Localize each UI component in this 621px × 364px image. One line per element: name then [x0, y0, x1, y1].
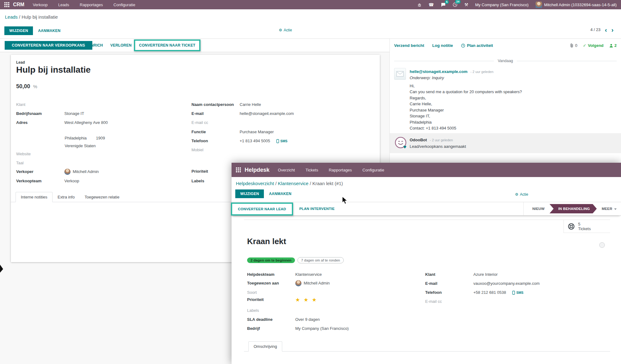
hd-menu-tickets[interactable]: Tickets — [300, 168, 324, 172]
action-menu[interactable]: ⚙ Actie — [515, 192, 528, 197]
mobile-icon — [512, 291, 515, 295]
ticket-notebook: Omschrijving — [244, 340, 610, 352]
enrich-button[interactable]: ENRICH — [88, 43, 103, 48]
apps-menu-icon[interactable] — [4, 2, 9, 7]
breadcrumb-team[interactable]: Klantenservice — [278, 181, 308, 186]
user-menu[interactable]: Mitchell Admin (10332694-saas-14-5-all) — [544, 2, 617, 7]
crm-navbar: CRM Verkoop Leads Rapportages Configurat… — [0, 0, 621, 9]
company-switcher[interactable]: My Company (San Francisco) — [475, 2, 529, 7]
convert-to-ticket-button[interactable]: CONVERTEREN NAAR TICKET — [139, 43, 195, 48]
follow-button[interactable]: ✓ Volgend — [583, 43, 604, 48]
helpdesk-app-title[interactable]: Helpdesk — [245, 167, 269, 173]
activities-badge: 24 — [455, 0, 461, 4]
stage-nieuw[interactable]: NIEUW — [532, 207, 545, 211]
tickets-stat-button[interactable]: 5Tickets — [564, 220, 610, 233]
convert-to-lead-button[interactable]: CONVERTEER NAAR LEAD — [238, 207, 286, 211]
team-link[interactable]: Klantenservice — [295, 272, 322, 277]
phone-link[interactable]: +58 212 681 0538 — [473, 290, 506, 295]
email-link[interactable]: vauxoo@yourcompany.example.com — [473, 281, 540, 286]
crm-menu-rapportages[interactable]: Rapportages — [75, 2, 108, 7]
apps-menu-icon[interactable] — [236, 167, 241, 172]
message-line: Carrie Helle, — [410, 101, 616, 107]
create-button[interactable]: AANMAKEN — [266, 190, 294, 198]
field-company: Bedrijf My Company (San Francisco) — [247, 326, 349, 331]
app-title[interactable]: CRM — [13, 2, 24, 7]
kanban-state-toggle[interactable] — [599, 242, 605, 248]
customer-link[interactable]: Azure Interior — [473, 272, 498, 277]
tab-toegewezen-relatie[interactable]: Toegewezen relatie — [80, 192, 124, 202]
crm-menu-configuratie[interactable]: Configuratie — [108, 2, 140, 7]
edit-button[interactable]: WIJZIGEN — [235, 189, 264, 198]
message-line: Purchase Manager — [410, 107, 616, 113]
systray: ☎ 5 24 ⚒ My Company (San Francisco) Mitc… — [417, 2, 617, 8]
probability-unit: % — [33, 84, 37, 89]
user-avatar — [536, 2, 542, 8]
tools-icon[interactable]: ⚒ — [464, 2, 468, 7]
message-line: Regards, — [410, 95, 616, 101]
bug-icon[interactable] — [417, 2, 422, 7]
action-menu[interactable]: ⚙ Actie — [279, 28, 292, 32]
priority-stars[interactable]: ★ ★ ★ — [295, 297, 318, 303]
tab-omschrijving[interactable]: Omschrijving — [248, 341, 282, 352]
attachments-button[interactable]: 0 — [570, 43, 577, 48]
breadcrumb-overview[interactable]: Helpdeskoverzicht — [236, 181, 274, 186]
field-company-name: Bedrijfsnaam Stonage IT — [16, 111, 84, 116]
svg-text:♥: ♥ — [403, 145, 407, 149]
email-link[interactable]: helle@stonageit.example.com — [240, 111, 294, 116]
stage-in-behandeling[interactable]: IN BEHANDELING — [550, 204, 597, 213]
sheet-top-border — [244, 220, 610, 220]
check-icon: ✓ — [583, 43, 586, 48]
tab-interne-notities[interactable]: Interne notities — [16, 192, 53, 202]
crm-menu-leads[interactable]: Leads — [53, 2, 74, 7]
odoobot-body: Lead/verkoopkans aangemaakt — [410, 143, 466, 150]
probability-value: 50,00 — [16, 83, 30, 89]
helpdesk-breadcrumb: Helpdeskoverzicht / Klantenservice / Kra… — [236, 181, 343, 186]
mobile-icon — [276, 139, 279, 143]
screen: CRM Verkoop Leads Rapportages Configurat… — [0, 0, 621, 364]
create-button[interactable]: AANMAKEN — [35, 27, 63, 35]
hd-menu-configuratie[interactable]: Configuratie — [357, 168, 389, 172]
lost-button[interactable]: VERLOREN — [110, 43, 131, 48]
mouse-cursor — [342, 196, 348, 206]
hd-menu-overzicht[interactable]: Overzicht — [273, 168, 300, 172]
plan-intervention-button[interactable]: PLAN INTERVENTIE — [299, 207, 335, 211]
field-contact-name: Naam contactpersoon Carrie Helle — [191, 102, 261, 107]
phone-icon[interactable]: ☎ — [429, 2, 434, 7]
company-link[interactable]: My Company (San Francisco) — [295, 326, 349, 331]
followers-button[interactable]: 2 — [609, 43, 617, 48]
pager-value: 4 / 23 — [590, 27, 600, 32]
odoobot-name[interactable]: OdooBot — [410, 138, 427, 142]
message-line: Philadelphia — [410, 119, 616, 125]
log-note-button[interactable]: Log notitie — [432, 43, 453, 48]
breadcrumb-leads[interactable]: Leads — [5, 14, 18, 20]
edit-button[interactable]: WIJZIGEN — [4, 26, 33, 35]
sms-button[interactable]: SMS — [512, 290, 523, 295]
breadcrumb-separator: / — [275, 181, 277, 186]
schedule-activity-button[interactable]: Plan activiteit — [461, 43, 493, 48]
activities-icon[interactable]: 24 — [453, 2, 458, 7]
stat-count: 5 — [578, 222, 591, 226]
probability: 50,00 % — [16, 83, 37, 90]
chatter-toolbar: Verzend bericht Log notitie Plan activit… — [394, 43, 493, 48]
message-line: Can you send me a quotation for 20 compu… — [410, 89, 616, 95]
phone-link[interactable]: +1 813 494 5005 — [240, 138, 270, 144]
convert-to-opportunity-button[interactable]: CONVERTEREN NAAR VERKOOPKANS — [5, 41, 92, 50]
sms-button[interactable]: SMS — [276, 138, 288, 144]
envelope-icon — [396, 71, 404, 77]
message-line: Stonage IT, — [410, 113, 616, 119]
message-time: - 2 uur geleden — [471, 70, 494, 74]
tab-extra-info[interactable]: Extra info — [53, 192, 80, 202]
field-email-cc: E-mail cc — [425, 299, 473, 304]
stage-meer[interactable]: MEER — [602, 207, 617, 211]
crm-menu-verkoop[interactable]: Verkoop — [27, 2, 53, 7]
pager-next-icon[interactable]: › — [611, 28, 614, 32]
person-icon — [609, 43, 613, 48]
send-message-button[interactable]: Verzend bericht — [394, 43, 424, 48]
messages-badge: 5 — [445, 0, 449, 4]
hd-menu-rapportages[interactable]: Rapportages — [324, 168, 357, 172]
breadcrumb-separator: / — [310, 181, 311, 186]
messages-icon[interactable]: 5 — [441, 2, 446, 7]
convert-to-ticket-highlight: CONVERTEREN NAAR TICKET — [134, 39, 200, 51]
pager-prev-icon[interactable]: ‹ — [605, 28, 607, 32]
message-author[interactable]: helle@stonageit.example.com — [410, 69, 467, 74]
